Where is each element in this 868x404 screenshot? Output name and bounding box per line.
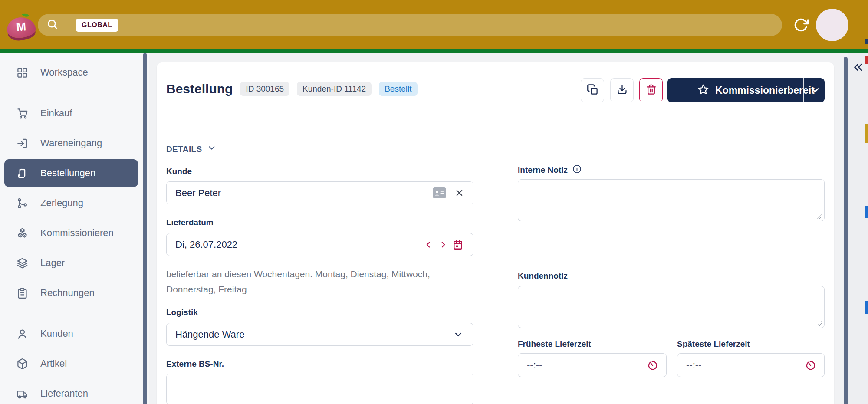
sidebar-item-label: Kunden	[40, 328, 73, 339]
sidebar-item-lieferanten[interactable]: Lieferanten	[4, 380, 138, 404]
next-day-icon[interactable]	[438, 240, 448, 250]
goods-in-icon	[16, 138, 28, 149]
sidebar-item-workspace[interactable]: Workspace	[4, 59, 138, 86]
externe-bs-field	[166, 374, 473, 404]
edge-fragment	[865, 56, 868, 64]
layers-icon	[16, 257, 28, 269]
search-scope-chip[interactable]: GLOBAL	[76, 19, 118, 32]
order-header: Bestellung ID 300165 Kunden-ID 11142 Bes…	[166, 82, 418, 96]
branch-split-icon	[16, 197, 28, 209]
mark-ready-button[interactable]: Kommissionierbereit	[667, 78, 825, 102]
interne-notiz-label-row: Interne Notiz	[518, 164, 582, 176]
app-window: M GLOBAL Workspace Einkauf	[0, 0, 868, 404]
sidebar-item-label: Rechnungen	[40, 287, 95, 299]
right-rail	[848, 53, 868, 404]
sidebar-item-rechnungen[interactable]: Rechnungen	[4, 279, 138, 307]
interne-notiz-textarea[interactable]	[518, 180, 824, 221]
contact-card-icon[interactable]	[433, 187, 446, 198]
kunde-input[interactable]	[167, 182, 473, 204]
kundennotiz-textarea[interactable]	[518, 286, 824, 328]
edge-fragment	[865, 301, 868, 314]
clear-kunde-icon[interactable]	[454, 188, 464, 198]
delete-button[interactable]	[639, 78, 663, 102]
clock-icon[interactable]	[805, 360, 816, 371]
truck-icon	[16, 388, 28, 400]
cubes-icon	[16, 227, 28, 239]
order-card: Bestellung ID 300165 Kunden-ID 11142 Bes…	[157, 62, 834, 404]
sidebar-item-label: Artikel	[40, 358, 67, 369]
calendar-icon[interactable]	[452, 239, 464, 250]
frueheste-lieferzeit-label: Früheste Lieferzeit	[518, 339, 591, 349]
trash-icon	[645, 84, 657, 97]
sidebar-item-label: Kommissionieren	[40, 227, 114, 239]
order-receipt-icon	[16, 168, 28, 179]
star-icon	[697, 84, 709, 97]
lieferdatum-field[interactable]: Di, 26.07.2022	[166, 233, 473, 256]
collapse-panel-icon[interactable]	[852, 61, 865, 76]
sidebar-item-wareneingang[interactable]: Wareneingang	[4, 129, 138, 157]
copy-icon	[587, 84, 598, 97]
sidebar-item-label: Lager	[40, 257, 65, 269]
chevron-down-icon	[207, 143, 217, 155]
top-bar: M GLOBAL	[0, 0, 868, 49]
sidebar-item-artikel[interactable]: Artikel	[4, 350, 138, 378]
refresh-icon[interactable]	[793, 17, 809, 34]
delivery-days-note: belieferbar an diesen Wochentagen: Monta…	[166, 266, 470, 297]
kundennotiz-wrap	[518, 286, 825, 328]
info-icon[interactable]	[572, 164, 582, 176]
kunde-label: Kunde	[166, 167, 192, 176]
sidebar-item-bestellungen[interactable]: Bestellungen	[4, 159, 138, 187]
interne-notiz-wrap	[518, 179, 825, 221]
clipboard-invoice-icon	[16, 287, 28, 299]
logistik-select[interactable]: Hängende Ware	[166, 323, 473, 346]
search-icon	[46, 18, 58, 32]
details-label: DETAILS	[166, 145, 202, 154]
details-section-toggle[interactable]: DETAILS	[166, 143, 217, 155]
lieferdatum-value: Di, 26.07.2022	[175, 239, 237, 250]
sidebar-item-label: Bestellungen	[40, 168, 95, 179]
download-button[interactable]	[610, 78, 634, 102]
sidebar-item-einkauf[interactable]: Einkauf	[4, 99, 138, 127]
sidebar-item-lager[interactable]: Lager	[4, 249, 138, 277]
sidebar-nav: Workspace Einkauf Wareneingang Bestellun…	[0, 53, 149, 404]
sidebar-item-label: Wareneingang	[40, 138, 102, 149]
order-id-badge: ID 300165	[240, 82, 289, 96]
duplicate-button[interactable]	[581, 78, 604, 102]
edge-fragment	[865, 206, 868, 218]
sidebar-item-label: Zerlegung	[40, 197, 83, 209]
prev-day-icon[interactable]	[424, 240, 433, 250]
more-actions-chevron[interactable]	[806, 78, 825, 102]
clock-icon[interactable]	[647, 360, 658, 371]
sidebar-item-label: Lieferanten	[40, 388, 88, 399]
button-divider	[803, 78, 804, 102]
package-icon	[16, 358, 28, 370]
customer-id-badge: Kunden-ID 11142	[297, 82, 372, 96]
lieferdatum-label: Lieferdatum	[166, 218, 214, 227]
externe-bs-label: Externe BS-Nr.	[166, 359, 224, 369]
sidebar-scrollbar[interactable]	[143, 53, 147, 404]
spaeteste-value: --:--	[686, 360, 701, 371]
page-title: Bestellung	[166, 82, 233, 96]
global-search-bar[interactable]: GLOBAL	[38, 14, 782, 36]
app-logo[interactable]: M	[6, 16, 36, 39]
spaeteste-lieferzeit-field[interactable]: --:--	[677, 353, 825, 377]
user-avatar[interactable]	[816, 9, 848, 41]
download-icon	[616, 84, 628, 97]
select-chevron-icon	[453, 329, 464, 340]
sidebar-item-kommissionieren[interactable]: Kommissionieren	[4, 219, 138, 247]
sidebar-item-zerlegung[interactable]: Zerlegung	[4, 189, 138, 217]
logistik-value: Hängende Ware	[175, 329, 244, 340]
spaeteste-lieferzeit-label: Späteste Lieferzeit	[677, 339, 750, 349]
main-area: Bestellung ID 300165 Kunden-ID 11142 Bes…	[149, 53, 868, 404]
edge-fragment	[865, 124, 868, 143]
logistik-label: Logistik	[166, 308, 198, 317]
content-scrollbar[interactable]	[844, 57, 848, 404]
grid-icon	[16, 67, 28, 79]
logo-leaf-icon	[22, 12, 30, 19]
sidebar-item-kunden[interactable]: Kunden	[4, 320, 138, 348]
accent-stripe	[0, 49, 868, 53]
interne-notiz-label: Interne Notiz	[518, 165, 568, 175]
frueheste-lieferzeit-field[interactable]: --:--	[518, 353, 667, 377]
externe-bs-input[interactable]	[167, 374, 473, 404]
edge-fragment	[865, 39, 868, 44]
